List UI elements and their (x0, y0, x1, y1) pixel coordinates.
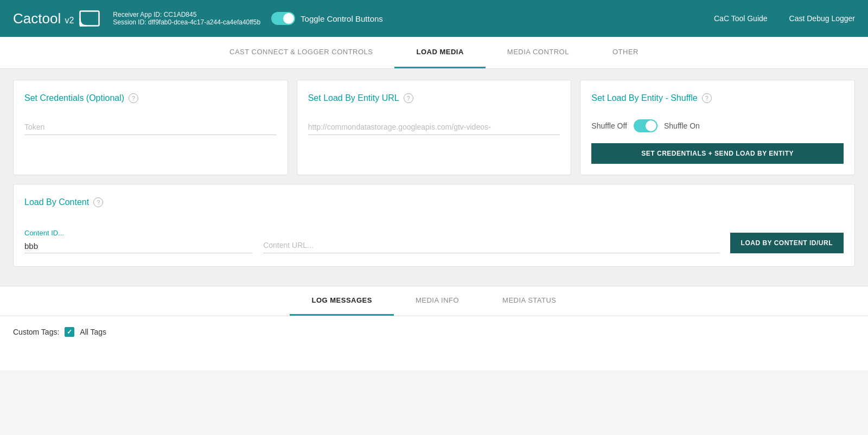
receiver-app-id: Receiver App ID: CC1AD845 (113, 11, 260, 18)
set-credentials-send-entity-button[interactable]: SET CREDENTIALS + SEND LOAD BY ENTITY (591, 143, 844, 164)
cac-tool-guide-link[interactable]: CaC Tool Guide (714, 14, 768, 23)
tab-cast-connect[interactable]: CAST CONNECT & LOGGER CONTROLS (208, 37, 394, 68)
logo: Cactool v2 (13, 10, 100, 27)
toggle-control-section: Toggle Control Buttons (271, 12, 383, 25)
tab-media-status[interactable]: MEDIA STATUS (481, 286, 578, 316)
app-header: Cactool v2 Receiver App ID: CC1AD845 Ses… (0, 0, 868, 37)
content-url-group (263, 238, 719, 253)
tab-media-control[interactable]: MEDIA CONTROL (486, 37, 591, 68)
credentials-card: Set Credentials (Optional) ? (13, 80, 288, 175)
cast-debug-logger-link[interactable]: Cast Debug Logger (789, 14, 855, 23)
shuffle-row: Shuffle Off Shuffle On (591, 119, 844, 132)
header-nav: CaC Tool Guide Cast Debug Logger (714, 14, 855, 23)
entity-url-card: Set Load By Entity URL ? (297, 80, 572, 175)
toggle-label: Toggle Control Buttons (301, 14, 383, 23)
tab-media-info[interactable]: MEDIA INFO (394, 286, 481, 316)
session-id: Session ID: dff9fab0-dcea-4c17-a244-ca4e… (113, 18, 260, 26)
bottom-tabs: LOG MESSAGES MEDIA INFO MEDIA STATUS (0, 286, 868, 316)
custom-tags-label: Custom Tags: (13, 328, 59, 336)
load-content-body: Content ID... bbb LOAD BY CONTENT ID/URL (24, 229, 844, 253)
cast-icon (79, 10, 100, 27)
load-by-content-button[interactable]: LOAD BY CONTENT ID/URL (730, 233, 844, 253)
entity-url-input[interactable] (308, 119, 560, 135)
load-by-content-title: Load By Content ? (24, 197, 844, 207)
content-id-value[interactable]: bbb (24, 239, 252, 253)
tab-load-media[interactable]: LOAD MEDIA (394, 37, 485, 68)
svg-rect-0 (80, 11, 99, 26)
load-by-content-help-icon[interactable]: ? (93, 197, 103, 207)
session-info: Receiver App ID: CC1AD845 Session ID: df… (113, 11, 260, 26)
entity-shuffle-title: Set Load By Entity - Shuffle ? (591, 93, 844, 103)
bottom-section: LOG MESSAGES MEDIA INFO MEDIA STATUS Cus… (0, 286, 868, 370)
control-buttons-toggle[interactable] (271, 12, 295, 25)
entity-url-help-icon[interactable]: ? (404, 93, 413, 103)
shuffle-off-label: Shuffle Off (591, 121, 627, 130)
shuffle-toggle[interactable] (634, 119, 658, 132)
tab-other[interactable]: OTHER (591, 37, 660, 68)
shuffle-on-label: Shuffle On (664, 121, 700, 130)
credentials-title: Set Credentials (Optional) ? (24, 93, 277, 103)
main-tabs: CAST CONNECT & LOGGER CONTROLS LOAD MEDI… (0, 37, 868, 69)
entity-url-title: Set Load By Entity URL ? (308, 93, 560, 103)
bottom-content: Custom Tags: All Tags (0, 316, 868, 370)
token-input[interactable] (24, 119, 277, 135)
all-tags-label: All Tags (80, 328, 106, 336)
top-cards-row: Set Credentials (Optional) ? Set Load By… (13, 80, 855, 175)
content-id-group: Content ID... bbb (24, 229, 252, 253)
content-id-label: Content ID... (24, 229, 252, 237)
entity-shuffle-help-icon[interactable]: ? (702, 93, 712, 103)
all-tags-checkbox[interactable] (65, 327, 74, 337)
tab-log-messages[interactable]: LOG MESSAGES (290, 286, 393, 316)
content-url-input[interactable] (263, 238, 719, 253)
credentials-help-icon[interactable]: ? (129, 93, 138, 103)
entity-shuffle-card: Set Load By Entity - Shuffle ? Shuffle O… (580, 80, 855, 175)
load-by-content-card: Load By Content ? Content ID... bbb LOAD… (13, 184, 855, 267)
main-content: Set Credentials (Optional) ? Set Load By… (0, 69, 868, 286)
custom-tags-row: Custom Tags: All Tags (13, 327, 855, 337)
app-name: Cactool v2 (13, 10, 74, 27)
